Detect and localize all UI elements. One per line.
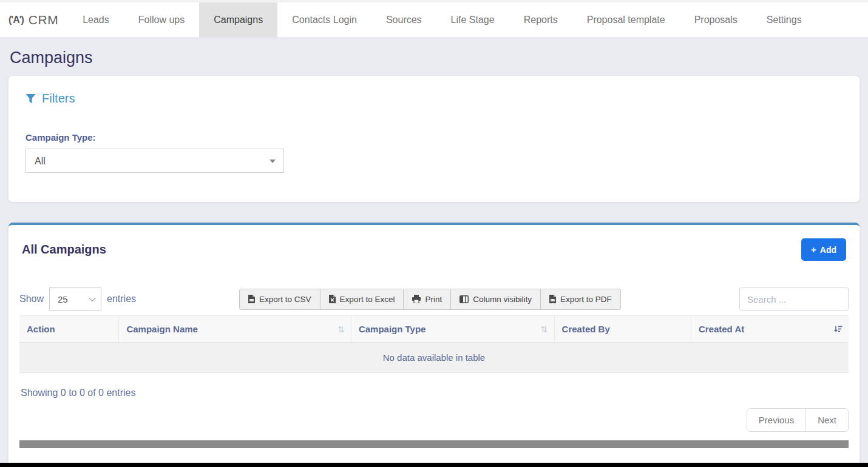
add-button-label: Add bbox=[820, 245, 836, 255]
export-to-csv-button[interactable]: Export to CSV bbox=[239, 289, 320, 310]
nav-item-life-stage[interactable]: Life Stage bbox=[436, 2, 509, 37]
table-info-text: Showing 0 to 0 of 0 entries bbox=[19, 388, 849, 398]
nav-item-reports[interactable]: Reports bbox=[509, 2, 572, 37]
sort-both-icon: ⇅ bbox=[541, 324, 548, 334]
file-excel-icon bbox=[329, 295, 336, 303]
clipped-footer-bar bbox=[19, 440, 849, 448]
file-csv-icon bbox=[248, 295, 255, 303]
nav-item-contacts-login[interactable]: Contacts Login bbox=[277, 2, 371, 37]
all-campaigns-title: All Campaigns bbox=[22, 243, 106, 257]
print-button[interactable]: Print bbox=[403, 289, 451, 310]
add-campaign-button[interactable]: + Add bbox=[801, 238, 846, 261]
filters-title: Filters bbox=[42, 92, 75, 106]
column-visibility-button[interactable]: Column visibility bbox=[450, 289, 541, 310]
filters-card: Filters Campaign Type: All bbox=[8, 76, 860, 202]
column-header-action: Action bbox=[19, 316, 119, 343]
file-pdf-icon bbox=[549, 295, 556, 303]
previous-page-button[interactable]: Previous bbox=[747, 408, 806, 432]
top-navbar: ('A') CRM Leads Follow ups Campaigns Con… bbox=[0, 2, 868, 38]
filter-icon bbox=[25, 94, 36, 104]
campaign-type-select-shell: All bbox=[25, 149, 284, 173]
nav-item-proposals[interactable]: Proposals bbox=[680, 2, 752, 37]
nav-item-campaigns[interactable]: Campaigns bbox=[199, 2, 277, 37]
show-label: Show bbox=[19, 294, 44, 304]
columns-icon bbox=[459, 295, 469, 303]
pagination: Previous Next bbox=[19, 408, 849, 432]
brand-name: CRM bbox=[29, 13, 58, 27]
export-to-excel-button[interactable]: Export to Excel bbox=[320, 289, 404, 310]
nav-item-leads[interactable]: Leads bbox=[68, 2, 124, 37]
search-input[interactable] bbox=[739, 287, 849, 311]
page-size-select-shell: 25 bbox=[49, 287, 101, 311]
nav-links: Leads Follow ups Campaigns Contacts Logi… bbox=[68, 2, 816, 37]
nav-item-proposal-template[interactable]: Proposal template bbox=[572, 2, 680, 37]
table-header-row: Action Campaign Name ⇅ Campaign Type ⇅ C… bbox=[19, 316, 849, 343]
filters-header: Filters bbox=[25, 92, 843, 106]
column-header-created-at[interactable]: Created At bbox=[691, 316, 849, 343]
empty-table-message: No data available in table bbox=[19, 343, 849, 373]
print-icon bbox=[412, 295, 421, 303]
sort-desc-icon bbox=[834, 325, 843, 333]
column-header-created-by: Created By bbox=[554, 316, 691, 343]
column-header-campaign-name[interactable]: Campaign Name ⇅ bbox=[119, 316, 351, 343]
campaigns-card-header: All Campaigns + Add bbox=[19, 238, 849, 261]
window-bottom-edge bbox=[0, 463, 868, 467]
page-size-group: Show 25 entries bbox=[19, 287, 136, 311]
export-button-group: Export to CSV Export to Excel Print bbox=[239, 289, 621, 310]
page-size-select[interactable]: 25 bbox=[49, 287, 101, 311]
next-page-button[interactable]: Next bbox=[805, 408, 849, 432]
column-header-campaign-type[interactable]: Campaign Type ⇅ bbox=[351, 316, 554, 343]
empty-table-row: No data available in table bbox=[19, 343, 849, 373]
plus-icon: + bbox=[811, 244, 816, 255]
nav-item-settings[interactable]: Settings bbox=[752, 2, 816, 37]
nav-item-sources[interactable]: Sources bbox=[371, 2, 436, 37]
nav-item-follow-ups[interactable]: Follow ups bbox=[124, 2, 199, 37]
entries-label: entries bbox=[107, 294, 136, 304]
campaigns-table: Action Campaign Name ⇅ Campaign Type ⇅ C… bbox=[19, 315, 849, 373]
all-campaigns-card: All Campaigns + Add Show 25 entries bbox=[8, 223, 860, 467]
sort-both-icon: ⇅ bbox=[337, 324, 345, 334]
table-controls-row: Show 25 entries Export to CSV bbox=[19, 287, 849, 311]
brand-logo[interactable]: ('A') CRM bbox=[0, 2, 68, 37]
antenna-icon: ('A') bbox=[8, 15, 24, 25]
campaign-type-select[interactable]: All bbox=[25, 149, 284, 173]
page-title: Campaigns bbox=[10, 49, 858, 67]
campaign-type-label: Campaign Type: bbox=[25, 132, 843, 143]
main-content: Campaigns Filters Campaign Type: All All… bbox=[0, 49, 868, 467]
export-to-pdf-button[interactable]: Export to PDF bbox=[540, 289, 621, 310]
